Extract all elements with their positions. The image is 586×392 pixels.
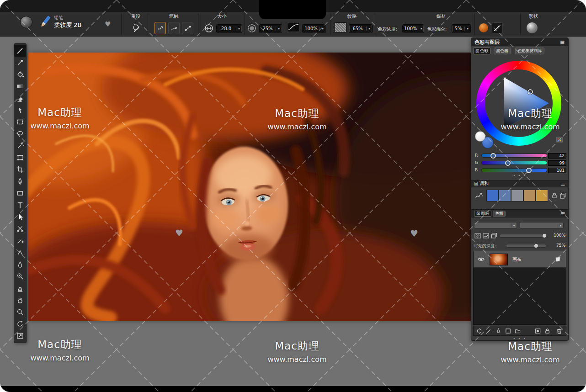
- depth-slider-thumb[interactable]: [534, 244, 538, 248]
- blue-value[interactable]: 181: [548, 168, 566, 173]
- green-slider-thumb[interactable]: [505, 160, 511, 166]
- harmony-brush-icon[interactable]: [474, 191, 484, 200]
- hand-tool[interactable]: [14, 294, 26, 306]
- navigator-tool[interactable]: [14, 330, 26, 342]
- magic-wand-tool[interactable]: [14, 140, 26, 152]
- new-brush-layer-icon[interactable]: [485, 327, 493, 335]
- color-set-icon[interactable]: [555, 136, 564, 144]
- panel-resize-dots[interactable]: • • •: [471, 174, 568, 178]
- tab-channels[interactable]: 色频: [493, 211, 506, 217]
- layer-opacity-slider[interactable]: [500, 234, 546, 238]
- transform-tool[interactable]: [14, 152, 26, 164]
- primary-color-swatch[interactable]: [475, 131, 485, 142]
- tab-colorset[interactable]: 色彩集材料库: [515, 48, 544, 54]
- tab-layers[interactable]: ☒ 图层: [474, 211, 491, 217]
- lock-layer-icon[interactable]: [543, 327, 551, 335]
- gradient-tool[interactable]: [14, 80, 26, 92]
- layer-adjuster-tool[interactable]: [14, 104, 26, 116]
- rect-shape-tool[interactable]: [14, 187, 26, 199]
- opacity-dropdown[interactable]: 25%▾: [259, 24, 282, 33]
- stroke-polyline-button[interactable]: [182, 22, 193, 34]
- harmony-swatch[interactable]: [499, 190, 511, 201]
- panel-resize-dots[interactable]: • • •: [471, 337, 568, 341]
- harmony-menu-icon[interactable]: ≡: [560, 180, 565, 187]
- media-pen-icon[interactable]: [492, 22, 503, 33]
- paper-texture-icon[interactable]: [335, 22, 346, 32]
- blend-option-select[interactable]: ▾: [520, 222, 564, 228]
- stroke-freehand-button[interactable]: [154, 22, 166, 34]
- color-mix-dropdown[interactable]: 5%▾: [452, 24, 471, 33]
- blue-slider-thumb[interactable]: [526, 168, 532, 173]
- depth-value[interactable]: 75%: [556, 243, 565, 248]
- dab-profile-icon[interactable]: [287, 23, 300, 32]
- layer-opacity-thumb[interactable]: [542, 233, 547, 238]
- paint-bucket-tool[interactable]: [14, 69, 26, 80]
- dodge-tool[interactable]: [14, 270, 26, 282]
- lock-icon[interactable]: [551, 192, 558, 199]
- harmony-swatch[interactable]: [486, 190, 499, 201]
- harmony-swatch[interactable]: [523, 190, 536, 201]
- add-point-tool[interactable]: [14, 235, 26, 247]
- copy-layer-icon[interactable]: [490, 232, 498, 239]
- new-layer-icon[interactable]: [504, 327, 512, 335]
- duplicate-icon[interactable]: [559, 192, 566, 199]
- harmony-swatch[interactable]: [511, 190, 523, 201]
- rotate-page-tool[interactable]: [14, 318, 26, 330]
- new-watercolor-layer-icon[interactable]: [494, 327, 502, 335]
- blend-mode-select[interactable]: ▾: [474, 222, 517, 228]
- favorite-heart-icon[interactable]: ♥: [105, 20, 111, 28]
- convert-point-tool[interactable]: [14, 247, 26, 259]
- profile-dropdown[interactable]: 100%▾: [302, 24, 326, 33]
- tab-mixer[interactable]: 混色器: [494, 48, 511, 54]
- clone-tool[interactable]: [14, 282, 26, 294]
- dither-icon[interactable]: [474, 232, 481, 239]
- group-layers-icon[interactable]: [513, 327, 522, 335]
- depth-slider[interactable]: [506, 244, 546, 248]
- eraser-tool[interactable]: [14, 92, 26, 104]
- reset-brush-button[interactable]: [130, 23, 141, 34]
- visibility-eye-icon[interactable]: [477, 255, 485, 263]
- layer-opacity-value[interactable]: 100%: [554, 233, 565, 238]
- size-dropdown[interactable]: 28.0▾: [216, 24, 242, 33]
- lasso-tool[interactable]: [14, 128, 26, 140]
- panel-title-bar[interactable]: 色彩与图层 ≡: [471, 38, 568, 46]
- scissors-tool[interactable]: [14, 223, 26, 235]
- rect-select-tool[interactable]: [14, 116, 26, 128]
- liquid-brush-tool[interactable]: [14, 259, 26, 270]
- sat-value-triangle[interactable]: [485, 69, 553, 138]
- hue-ring[interactable]: [476, 61, 561, 146]
- current-brush-icon[interactable]: [37, 14, 53, 31]
- delete-layer-icon[interactable]: [555, 327, 563, 335]
- shape-sphere-icon[interactable]: [527, 22, 538, 33]
- brush-tool[interactable]: [14, 45, 26, 57]
- blue-slider[interactable]: [481, 168, 547, 172]
- green-value[interactable]: 99: [548, 160, 566, 166]
- dropper-tool[interactable]: [14, 57, 26, 69]
- red-slider-thumb[interactable]: [490, 153, 496, 159]
- canvas-artwork[interactable]: [28, 53, 471, 321]
- red-slider[interactable]: [481, 154, 547, 158]
- green-slider[interactable]: [481, 161, 547, 165]
- grain-dropdown[interactable]: 65%▾: [349, 24, 373, 33]
- layers-menu-icon[interactable]: ≡: [560, 210, 565, 217]
- red-value[interactable]: 42: [548, 153, 566, 159]
- brush-dab-preview[interactable]: [20, 16, 32, 28]
- dynamic-plugins-icon[interactable]: [475, 327, 483, 335]
- color-strength-dropdown[interactable]: 100%▾: [402, 24, 424, 33]
- harmony-header[interactable]: ☒ 调和 ≡: [471, 180, 568, 187]
- text-tool[interactable]: [14, 199, 26, 211]
- layer-mask-icon[interactable]: [533, 327, 542, 335]
- crop-tool[interactable]: [14, 164, 26, 175]
- magnifier-tool[interactable]: [14, 306, 26, 318]
- panel-menu-icon[interactable]: ≡: [560, 39, 565, 46]
- tab-color[interactable]: ☒ 色彩: [473, 48, 490, 54]
- media-color-icon[interactable]: [479, 23, 488, 32]
- stroke-straight-button[interactable]: [168, 22, 180, 34]
- harmony-swatch[interactable]: [536, 190, 548, 201]
- shape-select-tool[interactable]: [14, 211, 26, 223]
- layers-header: ☒ 图层 色频 ≡: [471, 209, 568, 217]
- pen-tool[interactable]: [14, 175, 26, 187]
- picture-icon[interactable]: [482, 232, 490, 239]
- brush-variant-selector[interactable]: 柔软度 2B: [54, 21, 81, 29]
- layer-row-canvas[interactable]: 画布: [474, 251, 566, 268]
